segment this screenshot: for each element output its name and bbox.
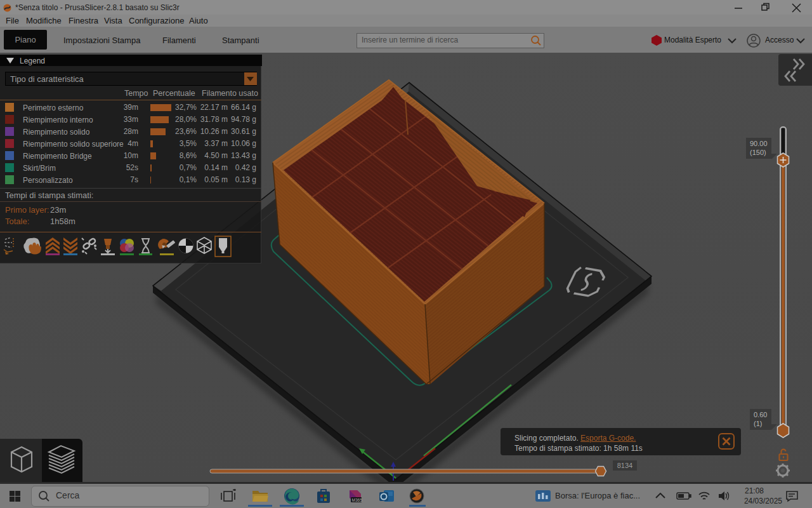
svg-text:M365: M365 [352, 498, 363, 502]
